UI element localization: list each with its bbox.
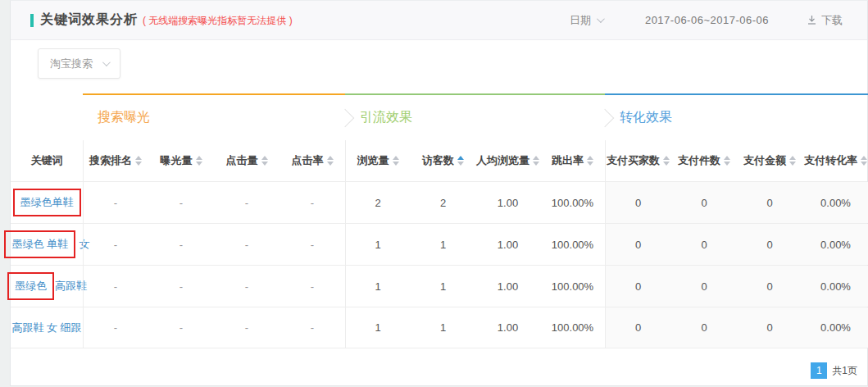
table-cell: 0 bbox=[605, 307, 671, 348]
table-cell: 0 bbox=[605, 266, 671, 307]
column-divider bbox=[83, 140, 84, 348]
title-bar-right: 日期 2017-06-06~2017-06-06 下载 bbox=[570, 13, 843, 28]
table-cell: - bbox=[83, 224, 148, 265]
sort-icon bbox=[789, 156, 796, 166]
table-cell: 0 bbox=[605, 182, 671, 223]
table-row: 墨绿色高跟鞋----111.00100.00%0000.00% bbox=[11, 265, 867, 307]
column-header-1: 关键词 bbox=[11, 140, 83, 181]
column-header-label: 曝光量 bbox=[161, 153, 193, 168]
keyword-cell: 墨绿色高跟鞋 bbox=[11, 266, 83, 307]
sort-icon bbox=[587, 156, 593, 166]
chevron-down-icon bbox=[597, 15, 605, 23]
column-header-label: 支付买家数 bbox=[607, 153, 660, 168]
column-divider bbox=[605, 140, 606, 348]
table-cell: - bbox=[279, 307, 345, 348]
table-cell: - bbox=[148, 182, 214, 223]
column-header-label: 搜索排名 bbox=[89, 153, 132, 168]
sort-icon bbox=[457, 156, 464, 166]
table-cell: - bbox=[279, 224, 345, 265]
keyword-cell: 墨绿色单鞋 bbox=[11, 182, 83, 223]
column-header-label: 点击率 bbox=[292, 153, 324, 168]
table-cell: 0.00% bbox=[802, 266, 868, 307]
table-cell: 0.00% bbox=[802, 224, 868, 265]
column-header-label: 浏览量 bbox=[357, 153, 389, 168]
table-cell: - bbox=[148, 266, 214, 307]
toolbar: 淘宝搜索 bbox=[11, 48, 867, 93]
date-filter-dropdown[interactable]: 日期 bbox=[570, 13, 602, 28]
table-row: 墨绿色单鞋----221.00100.00%0000.00% bbox=[11, 181, 867, 223]
sort-icon bbox=[327, 156, 334, 166]
table-cell: 0 bbox=[737, 307, 802, 348]
page-button-1[interactable]: 1 bbox=[811, 362, 827, 379]
table-cell: 0 bbox=[737, 224, 802, 265]
page-title: 关键词效果分析 bbox=[40, 11, 138, 29]
annotation-red-box: 墨绿色单鞋 bbox=[13, 189, 81, 216]
channel-select-dropdown[interactable]: 淘宝搜索 bbox=[38, 48, 120, 79]
table-cell: 0.00% bbox=[802, 307, 868, 348]
table-cell: 0 bbox=[671, 224, 737, 265]
keyword-link[interactable]: 墨绿色单鞋 bbox=[12, 189, 82, 216]
table-cell: 0 bbox=[737, 182, 802, 223]
column-header-3[interactable]: 曝光量 bbox=[148, 140, 214, 181]
column-header-12[interactable]: 支付金额 bbox=[737, 140, 802, 181]
table-cell: - bbox=[214, 224, 279, 265]
download-icon bbox=[807, 15, 817, 25]
column-header-label: 关键词 bbox=[31, 153, 63, 168]
table-cell: 1 bbox=[411, 266, 475, 307]
table-cell: 1 bbox=[411, 224, 475, 265]
keyword-link[interactable]: 高跟鞋 女 细跟 bbox=[11, 321, 81, 335]
keyword-link[interactable]: 墨绿色高跟鞋 bbox=[7, 272, 87, 300]
table-cell: - bbox=[148, 224, 214, 265]
sort-icon bbox=[196, 156, 202, 166]
column-header-13[interactable]: 支付转化率 bbox=[802, 140, 868, 181]
column-header-label: 支付件数 bbox=[678, 153, 720, 168]
table-cell: - bbox=[83, 182, 148, 223]
panel-title-bar: 关键词效果分析 ( 无线端搜索曝光指标暂无法提供 ) 日期 2017-06-06… bbox=[11, 1, 867, 40]
column-header-7[interactable]: 访客数 bbox=[411, 140, 475, 181]
column-header-11[interactable]: 支付件数 bbox=[671, 140, 737, 181]
table-cell: 100.00% bbox=[540, 224, 605, 265]
table-cell: - bbox=[214, 266, 279, 307]
table-cell: 1.00 bbox=[475, 266, 540, 307]
column-header-label: 支付转化率 bbox=[804, 153, 857, 168]
column-header-label: 人均浏览量 bbox=[476, 153, 529, 168]
column-divider bbox=[345, 140, 346, 348]
table-cell: 1 bbox=[345, 266, 411, 307]
keyword-analysis-panel: 关键词效果分析 ( 无线端搜索曝光指标暂无法提供 ) 日期 2017-06-06… bbox=[10, 0, 868, 386]
column-header-8[interactable]: 人均浏览量 bbox=[475, 140, 540, 181]
column-group-1: 搜索曝光 bbox=[83, 93, 345, 140]
column-header-6[interactable]: 浏览量 bbox=[345, 140, 411, 181]
table-cell: 0 bbox=[737, 266, 802, 307]
channel-select-value: 淘宝搜索 bbox=[50, 57, 93, 71]
table-cell: 2 bbox=[411, 182, 475, 223]
table-cell: - bbox=[279, 182, 345, 223]
table-cell: - bbox=[83, 307, 148, 348]
column-header-5[interactable]: 点击率 bbox=[279, 140, 345, 181]
column-header-2[interactable]: 搜索排名 bbox=[83, 140, 148, 181]
sort-icon bbox=[724, 156, 730, 166]
table-cell: 1.00 bbox=[475, 307, 540, 348]
keyword-cell: 高跟鞋 女 细跟 bbox=[11, 307, 83, 348]
download-button[interactable]: 下载 bbox=[807, 13, 843, 28]
sort-icon bbox=[533, 156, 539, 166]
column-header-9[interactable]: 跳出率 bbox=[540, 140, 605, 181]
table-cell: 1 bbox=[345, 224, 411, 265]
keyword-cell: 墨绿色 单鞋 女 bbox=[11, 224, 83, 265]
table-cell: 1.00 bbox=[475, 182, 540, 223]
chevron-down-icon bbox=[102, 58, 111, 66]
sort-icon bbox=[393, 156, 399, 166]
keyword-link[interactable]: 墨绿色 单鞋 女 bbox=[3, 230, 89, 258]
table-cell: 0 bbox=[671, 307, 737, 348]
table-header-row: 关键词搜索排名曝光量点击量点击率浏览量访客数人均浏览量跳出率支付买家数支付件数支… bbox=[11, 140, 867, 181]
annotation-red-box: 墨绿色 单鞋 bbox=[4, 230, 75, 258]
column-header-label: 跳出率 bbox=[552, 153, 584, 168]
sort-icon bbox=[861, 156, 867, 166]
column-header-10[interactable]: 支付买家数 bbox=[605, 140, 671, 181]
column-header-label: 访客数 bbox=[422, 153, 454, 168]
sort-icon bbox=[261, 156, 268, 166]
column-header-label: 点击量 bbox=[226, 153, 258, 168]
table-cell: - bbox=[214, 182, 279, 223]
column-header-4[interactable]: 点击量 bbox=[214, 140, 279, 181]
date-range-value: 2017-06-06~2017-06-06 bbox=[645, 14, 769, 26]
annotation-red-box: 墨绿色 bbox=[7, 272, 54, 300]
